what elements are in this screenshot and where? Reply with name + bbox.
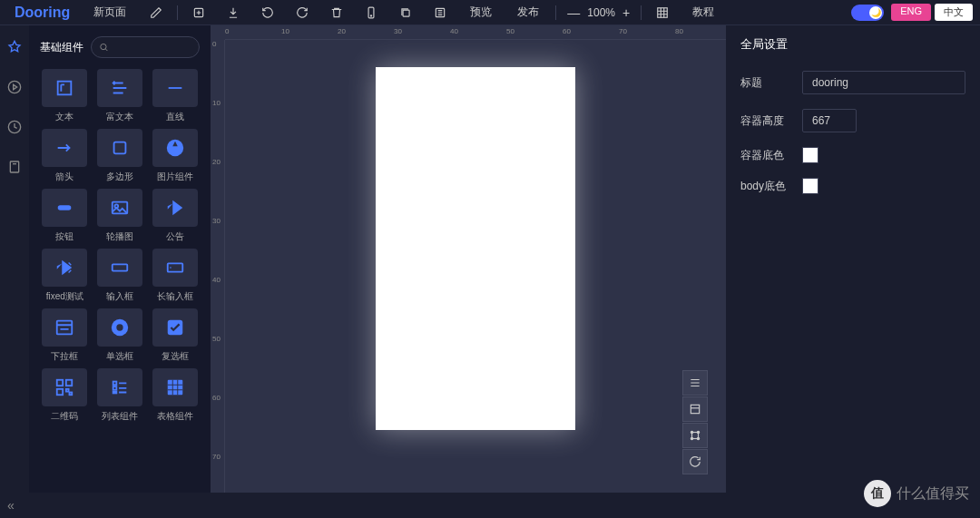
component-item[interactable]: 二维码 — [40, 368, 90, 423]
component-item[interactable]: 列表组件 — [95, 368, 145, 423]
lang-eng-button[interactable]: ENG — [891, 4, 931, 21]
canvas-tools — [682, 370, 708, 474]
bounds-tool-icon[interactable] — [682, 423, 708, 448]
list-icon[interactable] — [426, 6, 454, 19]
delete-icon[interactable] — [323, 6, 350, 19]
height-input[interactable] — [802, 109, 857, 132]
new-page-button[interactable]: 新页面 — [84, 5, 135, 20]
component-label: 直线 — [166, 111, 184, 123]
component-item[interactable]: 直线 — [150, 69, 200, 123]
component-icon — [97, 189, 142, 227]
svg-rect-11 — [114, 142, 126, 154]
svg-rect-30 — [167, 380, 182, 396]
component-item[interactable]: 表格组件 — [150, 368, 200, 423]
svg-rect-24 — [57, 389, 63, 395]
separator — [177, 5, 178, 20]
zoom-out-button[interactable]: — — [564, 5, 583, 20]
upload-icon[interactable] — [185, 6, 212, 19]
component-item[interactable]: 轮播图 — [95, 189, 145, 243]
svg-rect-25 — [66, 389, 69, 392]
component-icon — [97, 69, 142, 107]
download-icon[interactable] — [220, 6, 247, 19]
zoom-in-button[interactable]: + — [619, 5, 633, 20]
component-icon — [152, 308, 198, 347]
component-label: 下拉框 — [51, 350, 78, 363]
body-bg-swatch[interactable] — [802, 178, 818, 194]
svg-rect-31 — [691, 405, 699, 413]
watermark-text: 什么值得买 — [897, 484, 969, 503]
collapse-sidebar-icon[interactable]: « — [7, 498, 15, 513]
component-label: 箭头 — [55, 171, 74, 183]
canvas-viewport[interactable] — [225, 40, 726, 493]
publish-button[interactable]: 发布 — [508, 5, 548, 20]
edit-icon[interactable] — [142, 6, 170, 19]
component-item[interactable]: 公告 — [150, 189, 200, 243]
svg-rect-28 — [113, 386, 117, 390]
component-label: fixed测试 — [46, 290, 83, 303]
component-item[interactable]: 多边形 — [95, 129, 145, 183]
refresh-tool-icon[interactable] — [682, 449, 708, 474]
svg-rect-23 — [66, 380, 72, 386]
svg-rect-13 — [58, 205, 72, 210]
component-label: 轮播图 — [106, 230, 133, 243]
separator — [641, 5, 642, 20]
ruler-horizontal: 01020304050607080 — [225, 25, 726, 40]
components-tab-icon[interactable] — [4, 36, 25, 62]
history-tab-icon[interactable] — [4, 116, 25, 142]
tutorial-button[interactable]: 教程 — [683, 5, 723, 20]
grid-icon[interactable] — [649, 6, 676, 19]
redo-icon[interactable] — [289, 6, 316, 19]
component-item[interactable]: 复选框 — [150, 308, 200, 363]
language-switcher: ENG 中文 — [891, 4, 973, 21]
component-icon — [152, 368, 198, 406]
component-search[interactable] — [91, 36, 200, 58]
body-bg-label: body底色 — [740, 179, 791, 194]
component-item[interactable]: 图片组件 — [150, 129, 200, 183]
component-icon — [152, 129, 198, 167]
svg-rect-8 — [10, 161, 18, 172]
svg-rect-5 — [658, 7, 668, 17]
left-rail — [0, 25, 29, 493]
svg-rect-26 — [70, 393, 73, 396]
component-item[interactable]: 下拉框 — [40, 308, 90, 363]
undo-icon[interactable] — [254, 6, 281, 19]
search-icon — [99, 42, 109, 53]
container-bg-label: 容器底色 — [740, 148, 791, 163]
template-tab-icon[interactable] — [4, 156, 25, 181]
component-item[interactable]: 单选框 — [95, 308, 145, 363]
layout-tool-icon[interactable] — [682, 396, 708, 422]
component-label: 公告 — [166, 230, 184, 243]
component-label: 二维码 — [51, 410, 78, 423]
component-label: 文本 — [55, 111, 74, 123]
canvas-area: 01020304050607080 010203040506070 — [211, 25, 726, 493]
layers-tool-icon[interactable] — [682, 370, 708, 396]
preview-button[interactable]: 预览 — [461, 5, 501, 20]
artboard[interactable] — [376, 67, 575, 430]
svg-point-6 — [8, 81, 20, 93]
svg-rect-17 — [167, 263, 182, 271]
component-label: 长输入框 — [157, 290, 193, 303]
component-item[interactable]: 输入框 — [95, 249, 145, 303]
title-input[interactable] — [802, 71, 965, 94]
settings-panel: 全局设置 标题 容器高度 容器底色 body底色 — [726, 25, 980, 493]
copy-icon[interactable] — [392, 6, 419, 19]
component-icon — [97, 308, 142, 347]
container-bg-swatch[interactable] — [802, 147, 818, 163]
component-icon — [152, 189, 198, 227]
svg-point-9 — [101, 44, 106, 49]
theme-toggle[interactable]: 🌙 — [851, 5, 884, 21]
component-item[interactable]: 箭头 — [40, 129, 90, 183]
search-input[interactable] — [109, 42, 191, 53]
component-label: 表格组件 — [157, 410, 193, 423]
media-tab-icon[interactable] — [4, 76, 25, 102]
mobile-icon[interactable] — [358, 6, 385, 19]
component-item[interactable]: 长输入框 — [150, 249, 200, 303]
component-item[interactable]: 富文本 — [95, 69, 145, 123]
svg-rect-3 — [403, 10, 409, 16]
lang-cn-button[interactable]: 中文 — [935, 4, 973, 21]
component-item[interactable]: 按钮 — [40, 189, 90, 243]
component-item[interactable]: fixed测试 — [40, 249, 90, 303]
ruler-vertical: 010203040506070 — [211, 40, 225, 493]
component-icon — [42, 249, 87, 287]
component-item[interactable]: 文本 — [40, 69, 90, 123]
